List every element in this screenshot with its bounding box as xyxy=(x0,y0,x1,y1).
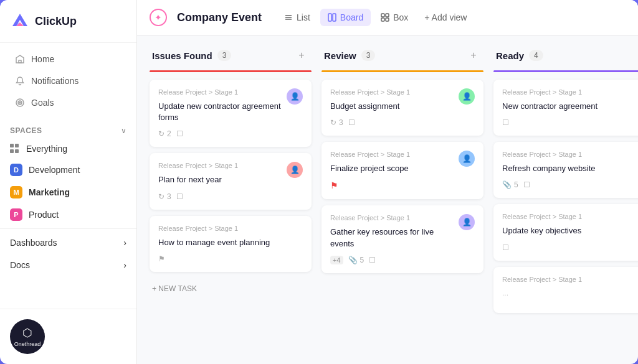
onethread-label: Onethread xyxy=(14,341,41,347)
comment-icon: ☐ xyxy=(523,180,530,189)
marketing-label: Marketing xyxy=(29,187,70,197)
card-title: How to manage event planning xyxy=(158,237,270,248)
view-tabs: List Board Box + Add view xyxy=(277,9,473,26)
onethread-button[interactable]: ⬡ Onethread xyxy=(10,319,45,354)
column-review-header: Review 3 + xyxy=(321,48,483,70)
card-avatar: 👤 xyxy=(287,162,303,178)
spaces-chevron-icon[interactable]: ∨ xyxy=(121,126,126,135)
box-icon xyxy=(381,13,389,22)
card-footer: ☐ xyxy=(502,118,638,127)
card-meta-flag: ⚑ xyxy=(158,254,165,263)
column-review-add-button[interactable]: + xyxy=(466,48,481,63)
card-title: Refresh company website xyxy=(502,163,638,174)
column-issues-found-header: Issues Found 3 + xyxy=(150,48,312,70)
dashboards-chevron-icon: › xyxy=(123,238,126,248)
card-breadcrumb: Release Project > Stage 1 xyxy=(502,213,638,220)
logo-text: ClickUp xyxy=(35,15,77,28)
onethread-icon: ⬡ xyxy=(22,326,32,340)
bell-icon xyxy=(15,76,25,86)
sidebar-nav: Home Notifications Goals xyxy=(0,43,136,119)
column-ready-bar xyxy=(493,70,638,72)
app-container: ClickUp Home Notifications Goals xyxy=(0,0,638,364)
card-meta-count: ↻ 2 xyxy=(158,129,171,138)
card-title: Plan for next year xyxy=(158,174,238,185)
card-footer: +4 📎 5 ☐ xyxy=(330,256,475,264)
sidebar-item-notifications[interactable]: Notifications xyxy=(5,70,131,91)
card-update-contractor[interactable]: Release Project > Stage 1 Update new con… xyxy=(150,80,312,147)
home-label: Home xyxy=(31,54,54,64)
sidebar-item-home[interactable]: Home xyxy=(5,49,131,70)
card-header-row: Release Project > Stage 1 How to manage … xyxy=(158,225,303,254)
sidebar-item-everything[interactable]: Everything xyxy=(0,139,136,159)
card-breadcrumb: Release Project > Stage 1 xyxy=(502,276,638,283)
spaces-label: Spaces xyxy=(10,126,42,135)
list-icon xyxy=(284,13,293,22)
card-update-objectives[interactable]: Release Project > Stage 1 Update key obj… xyxy=(493,204,638,260)
home-icon xyxy=(15,54,25,64)
card-breadcrumb: Release Project > Stage 1 xyxy=(158,225,270,232)
svg-rect-18 xyxy=(386,18,389,21)
add-view-label: + Add view xyxy=(424,12,467,22)
tab-list[interactable]: List xyxy=(277,9,318,26)
add-view-button[interactable]: + Add view xyxy=(418,9,473,26)
sidebar-item-development[interactable]: D Development xyxy=(0,159,136,181)
card-manage-event[interactable]: Release Project > Stage 1 How to manage … xyxy=(150,216,312,272)
svg-text:✦: ✦ xyxy=(155,12,162,22)
card-title: Update key objectives xyxy=(502,225,638,236)
card-new-contractor[interactable]: Release Project > Stage 1 New contractor… xyxy=(493,80,638,136)
card-plan-next-year[interactable]: Release Project > Stage 1 Plan for next … xyxy=(150,153,312,209)
svg-point-7 xyxy=(19,102,21,103)
svg-rect-15 xyxy=(381,14,384,17)
card-meta-comment: ☐ xyxy=(176,129,183,138)
card-meta-comment: ☐ xyxy=(369,256,376,264)
svg-rect-17 xyxy=(381,18,384,21)
card-title: New contractor agreement xyxy=(502,101,638,112)
board-icon xyxy=(328,13,336,22)
logo-area: ClickUp xyxy=(0,0,136,43)
card-header-row: Release Project > Stage 1 Finalize proje… xyxy=(330,151,475,180)
spaces-section-header: Spaces ∨ xyxy=(0,119,136,139)
sidebar-item-product[interactable]: P Product xyxy=(0,203,136,226)
card-gather-resources[interactable]: Release Project > Stage 1 Gather key res… xyxy=(321,205,483,273)
marketing-badge: M xyxy=(10,186,22,198)
sidebar-item-dashboards[interactable]: Dashboards › xyxy=(0,231,136,254)
project-title: Company Event xyxy=(177,11,262,24)
new-task-button[interactable]: + NEW TASK xyxy=(150,278,312,299)
comment-icon: ☐ xyxy=(369,256,376,264)
card-breadcrumb: Release Project > Stage 1 xyxy=(330,214,459,222)
svg-rect-16 xyxy=(386,14,389,17)
sidebar-item-goals[interactable]: Goals xyxy=(5,92,131,113)
column-review: Review 3 + Release Project > Stage 1 Bud… xyxy=(321,48,483,279)
tab-board[interactable]: Board xyxy=(320,9,371,26)
product-label: Product xyxy=(29,210,59,220)
attach-count: 5 xyxy=(360,256,364,264)
column-ready-title: Ready xyxy=(496,50,524,61)
card-finalize-scope[interactable]: Release Project > Stage 1 Finalize proje… xyxy=(321,142,483,199)
meta-count-value: 3 xyxy=(339,118,343,127)
card-budget-assignment[interactable]: Release Project > Stage 1 Budget assignm… xyxy=(321,80,483,136)
column-review-bar xyxy=(321,70,483,72)
card-footer: ↻ 3 ☐ xyxy=(330,118,475,127)
card-footer: ⚑ xyxy=(330,180,475,190)
sidebar-item-marketing[interactable]: M Marketing xyxy=(0,181,136,203)
card-meta-comment: ☐ xyxy=(502,243,509,252)
column-review-count: 3 xyxy=(361,50,376,61)
card-breadcrumb: Release Project > Stage 1 xyxy=(330,151,410,158)
card-avatar: 👤 xyxy=(459,88,475,105)
card-title: Budget assignment xyxy=(330,101,410,112)
goals-icon xyxy=(15,98,25,108)
card-refresh-website[interactable]: Release Project > Stage 1 Refresh compan… xyxy=(493,142,638,198)
card-footer: ↻ 2 ☐ xyxy=(158,129,303,138)
svg-rect-13 xyxy=(328,14,331,21)
attachment-icon: 📎 xyxy=(502,180,512,189)
comment-icon: ☐ xyxy=(348,118,355,127)
sidebar-item-docs[interactable]: Docs › xyxy=(0,254,136,276)
tab-box[interactable]: Box xyxy=(373,9,416,26)
card-meta-comment: ☐ xyxy=(176,192,183,201)
card-footer: ⚑ xyxy=(158,254,303,263)
column-issues-found-add-button[interactable]: + xyxy=(294,48,309,63)
card-ready-last[interactable]: Release Project > Stage 1 ... xyxy=(493,267,638,314)
refresh-icon: ↻ xyxy=(330,118,336,127)
meta-count-value: 2 xyxy=(167,129,171,138)
docs-chevron-icon: › xyxy=(123,260,126,270)
